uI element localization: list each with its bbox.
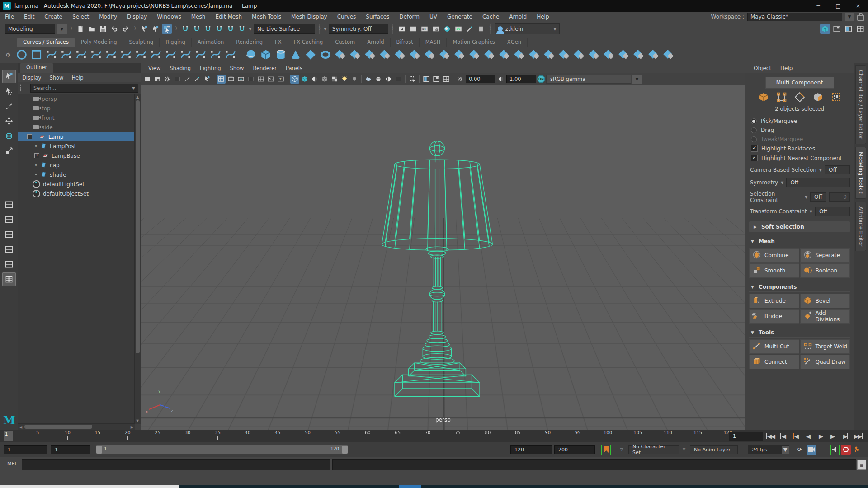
symmetry-field[interactable]: Symmetry: Off [329,24,388,34]
object-mode-icon[interactable] [758,91,769,103]
contrast-field[interactable]: 1.00 [506,75,536,83]
shelf-options-gear-icon[interactable]: ⚙ [5,52,11,58]
viewport-canvas[interactable]: y x z persp [141,85,745,430]
viewport-menu-show[interactable]: Show [226,65,249,71]
shelf-tab-sculpting[interactable]: Sculpting [123,38,160,47]
outliner-menu-show[interactable]: Show [45,75,67,81]
face-mode-icon[interactable] [812,91,824,103]
outliner-item-defaultLightSet[interactable]: defaultLightSet [18,179,135,189]
selection-constraint-value[interactable]: Off [810,192,826,202]
ep-curve-icon[interactable] [75,48,88,61]
animation-end-field[interactable]: 200 [554,445,595,454]
outliner-vertical-scrollbar[interactable]: ▲ ▼ [134,94,141,424]
bridge-button[interactable]: Bridge [749,309,799,324]
checkbox-icon[interactable]: ✓ [751,155,758,161]
bevel-button[interactable]: Bevel [800,294,850,308]
snap-view-plane-icon[interactable] [226,24,236,34]
use-all-lights-icon[interactable] [340,75,349,84]
radio-drag[interactable]: Drag [745,126,854,135]
shelf-tab-bifrost[interactable]: Bifrost [391,38,420,47]
rebuild-surface-icon[interactable] [662,48,675,61]
menu-generate[interactable]: Generate [442,13,477,21]
radio-button-icon[interactable] [751,118,757,124]
shelf-tab-fx-caching[interactable]: FX Caching [288,38,330,47]
section-header-components[interactable]: ▼Components [749,282,850,292]
go-to-end-button[interactable]: ▶▶ [853,431,864,441]
command-line-mode-label[interactable]: MEL [7,461,18,467]
lock-camera-icon[interactable] [153,75,162,84]
snap-grid-icon[interactable] [180,24,190,34]
viewport-menu-shading[interactable]: Shading [165,65,195,71]
offset-surface-icon[interactable] [632,48,646,61]
maximize-button[interactable]: □ [828,0,848,12]
humanik-toggle-icon[interactable] [832,24,842,34]
light-editor-icon[interactable] [465,24,475,34]
shelf-tab-motion-graphics[interactable]: Motion Graphics [447,38,501,47]
align-surfaces-icon[interactable] [542,48,556,61]
viewport-menu-lighting[interactable]: Lighting [195,65,225,71]
bookmark-icon[interactable] [173,75,182,84]
cv-curve-icon[interactable] [45,48,58,61]
side-tab-attribute-editor[interactable]: Attribute Editor [855,202,866,251]
untrim-icon[interactable] [483,48,496,61]
lasso-tool-icon[interactable] [2,84,16,98]
play-backwards-button[interactable]: ◀ [802,431,814,441]
smooth-shade-icon[interactable] [300,75,309,84]
dropdown-arrow-icon[interactable]: ▼ [781,181,783,185]
multisample-aa-icon[interactable] [384,75,393,84]
hypershade-persp-layout-icon[interactable] [2,258,16,271]
time-slider[interactable]: 1 51015202530354045505560657075808590951… [0,430,868,442]
outliner-item-cap[interactable]: •cap [18,160,135,170]
target-weld-button[interactable]: Target Weld [800,339,850,354]
script-editor-button[interactable]: ▦ [857,460,866,470]
step-forward-key-button[interactable]: ▶ [827,431,839,441]
multi-mode-icon[interactable] [830,91,842,103]
menu-edit-mesh[interactable]: Edit Mesh [210,13,247,21]
auto-key-icon[interactable] [853,445,863,455]
workspace-dropdown-arrow-icon[interactable]: ▼ [845,13,854,21]
symmetry-value[interactable]: Off [786,178,850,187]
grid-toggle-icon[interactable] [217,75,226,84]
bookmark-range-icon[interactable] [601,445,611,455]
radio-button-icon[interactable] [751,127,757,133]
side-tab-modeling-toolkit[interactable]: Modeling Toolkit [855,147,866,199]
detach-surfaces-icon[interactable] [572,48,586,61]
insert-isoparms-icon[interactable] [602,48,616,61]
viewport-menu-panels[interactable]: Panels [281,65,307,71]
expand-collapse-icon[interactable]: − [27,134,32,139]
outliner-item-LampBase[interactable]: +LampBase [18,151,135,160]
paint-select-tool-icon[interactable] [2,99,16,113]
menu-help[interactable]: Help [532,13,554,21]
shelf-tab-custom[interactable]: Custom [329,38,361,47]
select-tool-icon[interactable] [2,70,16,83]
shelf-tab-rendering[interactable]: Rendering [230,38,269,47]
detach-curves-icon[interactable] [164,48,178,61]
menu-mesh-display[interactable]: Mesh Display [286,13,332,21]
snap-projected-center-icon[interactable] [214,24,224,34]
add-divisions-button[interactable]: Add Divisions [800,309,850,324]
anim-layer-dropdown[interactable]: No Anim Layer [690,445,738,454]
pause-icon[interactable] [476,24,486,34]
menu-set-dropdown-arrow-icon[interactable]: ▼ [57,24,67,34]
nurbs-cube-icon[interactable] [259,48,273,61]
rotate-tool-icon[interactable] [2,129,16,143]
render-current-frame-icon[interactable] [408,24,418,34]
lamp-wireframe-model[interactable] [363,135,512,430]
contrast-icon[interactable] [496,75,505,84]
insert-knot-icon[interactable] [179,48,193,61]
single-pane-layout-icon[interactable] [2,198,16,211]
viewport-menu-renderer[interactable]: Renderer [249,65,282,71]
outliner-item-side[interactable]: side [18,122,135,132]
wireframe-mode-icon[interactable] [290,75,299,84]
close-button[interactable]: × [848,0,868,12]
boolean-button[interactable]: Boolean [800,263,850,278]
save-scene-icon[interactable] [98,24,108,34]
soft-selection-section[interactable]: ▶Soft Selection [749,221,850,232]
nurbs-cylinder-icon[interactable] [274,48,288,61]
menu-windows[interactable]: Windows [152,13,186,21]
fps-dropdown[interactable]: 24 fps [748,445,781,454]
make-live-icon[interactable] [237,24,247,34]
toolkit-menu-object[interactable]: Object [749,65,776,71]
loft-icon[interactable] [349,48,362,61]
combine-button[interactable]: Combine [749,248,799,263]
